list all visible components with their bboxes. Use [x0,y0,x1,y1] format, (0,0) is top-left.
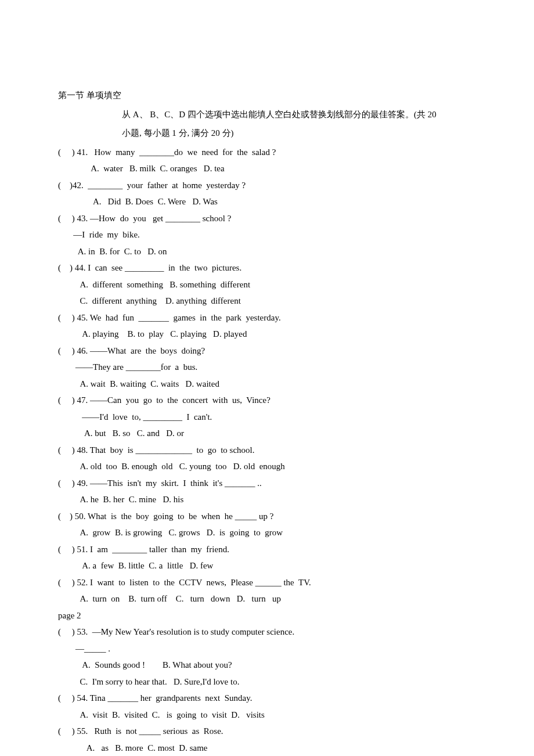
question-48: ( ) 48. That boy is _____________ to go … [58,442,476,475]
question-options: A. playing B. to play C. playing D. play… [58,326,476,343]
question-options: A. wait B. waiting C. waits D. waited [58,376,476,393]
question-options: A. turn on B. turn off C. turn down D. t… [58,591,476,607]
question-options: A. Did B. Does C. Were D. Was [58,193,476,210]
question-prompt: ( )42. ________ your father at home yest… [58,177,476,194]
question-prompt: ( ) 41. How many ________do we need for … [58,144,476,161]
question-52: ( ) 52. I want to listen to the CCTV new… [58,574,476,607]
question-prompt: ( ) 53. —My New Year's resolution is to … [58,624,476,640]
question-prompt: ( ) 47. ——Can you go to the concert with… [58,392,476,409]
question-50: ( ) 50. What is the boy going to be when… [58,508,476,541]
instructions-line2: 小题, 每小题 1 分, 满分 20 分) [58,125,476,142]
question-51: ( ) 51. I am ________ taller than my fri… [58,541,476,574]
question-options: A. Sounds good ! B. What about you? [58,657,476,674]
question-options: A. as B. more C. most D. same [58,740,476,757]
question-options: A. different something B. something diff… [58,276,476,293]
question-44: ( ) 44. I can see _________ in the two p… [58,260,476,309]
question-options-2: C. different anything D. anything differ… [58,293,476,309]
question-dialogue: ——I'd love to, _________ I can't. [58,409,476,426]
question-options-2: C. I'm sorry to hear that. D. Sure,I'd l… [58,674,476,690]
question-options: A. grow B. is growing C. grows D. is goi… [58,524,476,541]
question-options: A. old too B. enough old C. young too D.… [58,458,476,475]
section-title: 第一节 单项填空 [58,87,476,104]
question-prompt: ( ) 45. We had fun _______ games in the … [58,309,476,326]
question-options: A. he B. her C. mine D. his [58,491,476,508]
question-prompt: ( ) 51. I am ________ taller than my fri… [58,541,476,558]
question-prompt: ( ) 55. Ruth is not _____ serious as Ros… [58,723,476,740]
question-prompt: ( ) 44. I can see _________ in the two p… [58,260,476,276]
question-options: A. visit B. visited C. is going to visit… [58,707,476,723]
question-options: A. water B. milk C. oranges D. tea [58,160,476,177]
question-dialogue: —_____ . [58,640,476,657]
question-prompt: ( ) 49. ——This isn't my skirt. I think i… [58,475,476,492]
question-prompt: ( ) 43. —How do you get ________ school … [58,210,476,227]
question-options: A. in B. for C. to D. on [58,243,476,260]
question-45: ( ) 45. We had fun _______ games in the … [58,309,476,343]
question-53: ( ) 53. —My New Year's resolution is to … [58,624,476,690]
question-list: ( ) 41. How many ________do we need for … [58,144,476,757]
question-options: A. a few B. little C. a little D. few [58,557,476,574]
question-55: ( ) 55. Ruth is not _____ serious as Ros… [58,723,476,756]
question-41: ( ) 41. How many ________do we need for … [58,144,476,177]
page-marker: page 2 [58,607,476,624]
question-47: ( ) 47. ——Can you go to the concert with… [58,392,476,442]
question-42: ( )42. ________ your father at home yest… [58,177,476,210]
question-prompt: ( ) 46. ——What are the boys doing? [58,343,476,359]
question-54: ( ) 54. Tina _______ her grandparents ne… [58,690,476,723]
instructions-line1: 从 A、 B、C、D 四个选项中选出能填人空白处或替换划线部分的最佳答案。(共 … [58,106,476,123]
question-46: ( ) 46. ——What are the boys doing? ——The… [58,343,476,393]
question-prompt: ( ) 52. I want to listen to the CCTV new… [58,574,476,591]
question-43: ( ) 43. —How do you get ________ school … [58,210,476,260]
question-dialogue: ——They are ________for a bus. [58,359,476,376]
question-dialogue: —I ride my bike. [58,226,476,243]
question-49: ( ) 49. ——This isn't my skirt. I think i… [58,475,476,508]
question-options: A. but B. so C. and D. or [58,425,476,442]
exam-page: 第一节 单项填空 从 A、 B、C、D 四个选项中选出能填人空白处或替换划线部分… [0,0,534,756]
question-prompt: ( ) 48. That boy is _____________ to go … [58,442,476,459]
question-prompt: ( ) 54. Tina _______ her grandparents ne… [58,690,476,707]
question-prompt: ( ) 50. What is the boy going to be when… [58,508,476,525]
